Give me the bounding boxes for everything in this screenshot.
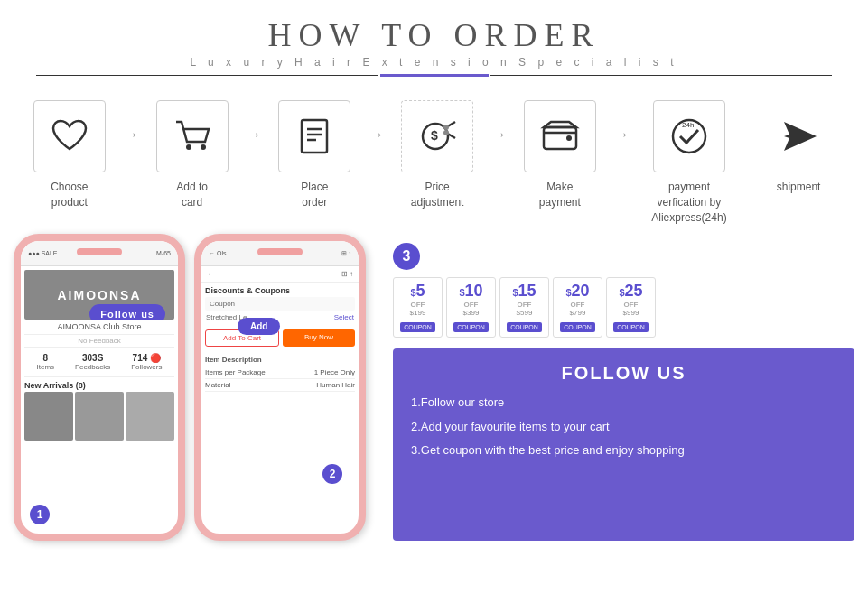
- arrow-4: →: [490, 100, 507, 144]
- coupon-3-off: OFF: [506, 301, 543, 309]
- document-icon: [293, 115, 336, 158]
- phone-1-status: ●●● SALE: [28, 250, 58, 256]
- coupon-1: $5 OFF $199 COUPON: [393, 277, 443, 338]
- phone-2-header: ← ⊞ ↑: [201, 266, 359, 283]
- coupon-3: $15 OFF $599 COUPON: [499, 277, 549, 338]
- page-header: HOW TO ORDER L u x u r y H a i r E x t e…: [0, 0, 868, 84]
- coupon-label: Coupon: [210, 300, 235, 308]
- bottom-section: ●●● SALE M-65 AIMOONSA Follow us AIMOONS…: [0, 234, 868, 550]
- phones-container: ●●● SALE M-65 AIMOONSA Follow us AIMOONS…: [0, 234, 379, 550]
- phone-2-desc: Item Description Items per Package 1 Pie…: [201, 352, 359, 395]
- desc-row-1: Items per Package 1 Piece Only: [205, 367, 355, 379]
- stretched-row: Stretched Le... Select: [201, 311, 359, 324]
- arrow-2: →: [245, 100, 261, 144]
- phone-1-brand: AIMOONSA: [58, 288, 142, 302]
- step-6: 24h paymentverfication byAliexpress(24h): [631, 100, 748, 225]
- phone-2-back: ←: [207, 270, 214, 278]
- desc-val-2: Human Hair: [316, 381, 355, 389]
- step-3-icon-box: [278, 100, 350, 172]
- coupon-2-btn[interactable]: COUPON: [453, 322, 489, 332]
- stat-feedbacks-value: 303S: [75, 353, 110, 363]
- stat-followers-value: 714 🔴: [131, 353, 162, 363]
- coupon-4-off: OFF: [559, 301, 596, 309]
- svg-point-11: [443, 130, 449, 135]
- verify-icon: 24h: [667, 115, 711, 158]
- phone-1-new-arrivals: New Arrivals (8): [24, 377, 174, 392]
- follow-item-1: 1.Follow our store: [411, 394, 836, 411]
- phone-1-products: [24, 392, 174, 441]
- coupon-2-amount: $10: [453, 282, 490, 301]
- coupon-3-amount: $15: [506, 282, 543, 301]
- stat-feedbacks-label: Feedbacks: [75, 363, 110, 371]
- coupon-4-btn[interactable]: COUPON: [560, 322, 595, 332]
- step-3-label: Placeorder: [301, 180, 328, 210]
- stat-followers: 714 🔴 Followers: [131, 353, 162, 371]
- arrow-1: →: [123, 100, 139, 144]
- step-1-label: Chooseproduct: [51, 180, 88, 210]
- plane-icon: [777, 115, 820, 158]
- phone-2-buttons: Add To Cart Buy Now: [201, 324, 359, 352]
- step-4-icon-box: $: [401, 100, 473, 172]
- step-badge-1: 1: [30, 505, 50, 524]
- buy-now-btn[interactable]: Buy Now: [283, 329, 355, 347]
- coupon-2-off: OFF: [453, 301, 490, 309]
- step-3: Placeorder: [263, 100, 366, 210]
- step-2-icon-box: [156, 100, 229, 172]
- coupon-5: $25 OFF $999 COUPON: [606, 277, 656, 338]
- coupon-4-threshold: $799: [559, 309, 596, 317]
- price-icon: $: [415, 115, 459, 158]
- svg-rect-2: [302, 120, 327, 153]
- follow-item-3: 3.Get coupon with the best price and enj…: [411, 442, 836, 459]
- svg-point-13: [566, 135, 572, 141]
- phone-1: ●●● SALE M-65 AIMOONSA Follow us AIMOONS…: [14, 234, 185, 541]
- select-label[interactable]: Select: [334, 313, 354, 321]
- coupon-5-threshold: $999: [612, 309, 649, 317]
- phone-2-time: M-65: [279, 250, 294, 256]
- follow-panel-title: FOLLOW US: [411, 363, 836, 384]
- desc-row-2: Material Human Hair: [205, 379, 355, 392]
- coupon-1-btn[interactable]: COUPON: [400, 322, 435, 332]
- coupon-3-btn[interactable]: COUPON: [507, 322, 542, 332]
- phone-2: ← Ols... M-65 ⊞ ↑ ← ⊞ ↑ Discounts & Coup…: [194, 234, 366, 541]
- phone-1-top-bar: ●●● SALE M-65: [21, 241, 178, 266]
- wallet-icon: [538, 115, 582, 158]
- coupon-5-btn[interactable]: COUPON: [613, 322, 649, 332]
- step-5-label: Makepayment: [539, 180, 581, 210]
- step-4-label: Priceadjustment: [411, 180, 464, 210]
- coupon-1-amount: $5: [399, 282, 436, 301]
- stat-items-value: 8: [37, 353, 55, 363]
- heart-icon: [48, 115, 91, 158]
- phone-2-nav: ← Ols...: [209, 250, 231, 256]
- phone-1-banner: AIMOONSA Follow us: [24, 270, 174, 320]
- desc-key-1: Items per Package: [205, 368, 266, 376]
- svg-point-0: [186, 144, 191, 150]
- step-1-icon-box: [33, 100, 106, 172]
- coupon-4-amount: $20: [559, 282, 596, 301]
- svg-text:24h: 24h: [682, 121, 694, 129]
- coupon-5-amount: $25: [612, 282, 649, 301]
- stat-followers-label: Followers: [131, 363, 162, 371]
- step3-badge: 3: [393, 243, 420, 270]
- coupon-3-threshold: $599: [506, 309, 543, 317]
- desc-title: Item Description: [205, 356, 355, 364]
- phone-2-discounts: Discounts & Coupons Coupon: [201, 283, 359, 311]
- product-thumb-1: [24, 392, 73, 441]
- add-bubble[interactable]: Add: [238, 318, 280, 335]
- svg-text:$: $: [431, 128, 438, 143]
- phone-2-icons: ⊞ ↑: [341, 250, 351, 257]
- follow-us-bubble[interactable]: Follow us: [89, 304, 165, 320]
- coupon-4: $20 OFF $799 COUPON: [553, 277, 602, 338]
- step-2-label: Add tocard: [176, 180, 208, 210]
- coupon-2-threshold: $399: [453, 309, 490, 317]
- svg-point-10: [443, 125, 449, 130]
- right-panel: 3 $5 OFF $199 COUPON $10 OFF $399 COUPON…: [379, 234, 868, 550]
- steps-row: Chooseproduct → Add tocard → Placeorder …: [0, 84, 868, 234]
- step-2: Add tocard: [141, 100, 244, 210]
- phone-1-feedback: No Feedback: [24, 335, 174, 348]
- step-7: shipment: [747, 100, 850, 195]
- stat-items-label: Items: [37, 363, 55, 371]
- cart-icon: [171, 115, 214, 158]
- step-5-icon-box: [524, 100, 596, 172]
- step-4: $ Priceadjustment: [386, 100, 489, 210]
- coupon-2: $10 OFF $399 COUPON: [446, 277, 496, 338]
